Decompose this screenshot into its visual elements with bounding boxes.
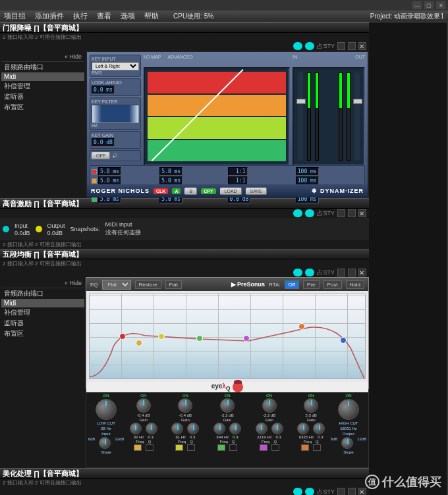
bypass-button[interactable]: OFF — [92, 152, 110, 159]
io-map-display[interactable] — [144, 67, 290, 166]
sidebar-item-midi[interactable]: Midi — [1, 72, 84, 81]
rta-hold[interactable]: Hold — [346, 280, 364, 289]
b4-type-b[interactable] — [271, 444, 279, 451]
b3-type-a[interactable] — [217, 444, 225, 451]
b2-freq-knob[interactable] — [171, 423, 183, 434]
fx3-tog-a[interactable] — [293, 269, 302, 276]
output-db[interactable]: 0.0dB — [47, 230, 65, 236]
fx3-item-lay[interactable]: 布置区 — [1, 328, 84, 339]
b1-type-a[interactable] — [134, 444, 142, 451]
b4-freq-knob[interactable] — [256, 423, 267, 434]
toggle-b-icon[interactable] — [305, 42, 314, 50]
b1-q-knob[interactable] — [146, 423, 157, 434]
menu-options[interactable]: 选项 — [121, 11, 135, 21]
load-button[interactable]: LOAD — [220, 188, 242, 195]
highcut-knob[interactable] — [338, 399, 359, 420]
lookahead-value[interactable]: 0.0 ms — [92, 86, 115, 94]
b2-gain-knob[interactable] — [178, 398, 192, 413]
b4-gain-knob[interactable] — [262, 398, 277, 413]
ro-rel1[interactable]: 100 ms — [296, 167, 319, 176]
b5-gain-knob[interactable] — [304, 398, 318, 413]
cpy-button[interactable]: CPY — [201, 188, 215, 194]
eq-node-hc[interactable] — [340, 337, 347, 344]
section-comp-header[interactable]: 美化处理 ∏【音平商城】 — [0, 468, 369, 479]
close-button[interactable]: ✕ — [436, 1, 445, 9]
keyfilter-graph[interactable] — [92, 105, 139, 123]
clk-button[interactable]: CLK — [154, 188, 168, 194]
menu-view[interactable]: 查看 — [97, 11, 111, 21]
rta-post[interactable]: Post — [323, 280, 342, 289]
maximize-button[interactable]: ▢ — [424, 1, 434, 9]
save-button[interactable]: SAVE — [246, 188, 267, 195]
in-slider[interactable] — [298, 72, 303, 161]
fx3-item-midi[interactable]: Midi — [1, 299, 84, 307]
ro-atk2[interactable]: 5.0 ms — [159, 167, 182, 176]
eq-flat[interactable]: Flat — [165, 280, 182, 289]
eq-node-2[interactable] — [158, 333, 165, 340]
fx3-b1[interactable] — [337, 269, 345, 276]
b1-gain-knob[interactable] — [136, 398, 151, 413]
b1-type-b[interactable] — [146, 444, 154, 451]
b3-on[interactable]: ON — [224, 394, 230, 398]
eq-restore[interactable]: Restore — [135, 280, 161, 289]
b2-type-a[interactable] — [175, 444, 183, 451]
b4-type-a[interactable] — [260, 444, 267, 451]
b5-on[interactable]: ON — [308, 394, 314, 398]
speaker-icon[interactable]: 🔊 — [112, 153, 118, 159]
fx2-close-icon[interactable]: ✕ — [358, 209, 366, 217]
fx2-tog-a[interactable] — [293, 209, 302, 217]
key-input-select[interactable]: Left & Right — [92, 62, 139, 70]
hc-slope-knob[interactable] — [341, 437, 353, 449]
lowcut-knob[interactable] — [96, 399, 117, 420]
b5-freq-knob[interactable] — [297, 423, 309, 434]
rta-off[interactable]: Off — [285, 280, 300, 289]
menu-add-plugin[interactable]: 添加插件 — [35, 11, 64, 21]
tb-btn2[interactable] — [348, 42, 356, 50]
tb-close-icon[interactable]: ✕ — [358, 42, 366, 50]
fx4-tog-a[interactable] — [293, 488, 302, 495]
eq-preset-select[interactable]: Flat — [102, 280, 131, 290]
minimize-button[interactable]: — — [412, 1, 422, 9]
b3-type-b[interactable] — [229, 444, 237, 451]
eq-node-1[interactable] — [136, 340, 142, 346]
hide-sidebar-button[interactable]: « Hide — [1, 52, 84, 62]
b2-q-knob[interactable] — [187, 423, 199, 434]
eq-node-4[interactable] — [243, 335, 250, 342]
eq-graph[interactable] — [89, 294, 366, 379]
toggle-a-icon[interactable] — [293, 42, 302, 50]
b2-on[interactable]: ON — [182, 394, 188, 398]
fx2-b2[interactable] — [348, 209, 356, 217]
sidebar-item-layout[interactable]: 布置区 — [1, 102, 84, 113]
b1-on[interactable]: ON — [140, 394, 146, 398]
rta-pre[interactable]: Pre — [303, 280, 319, 289]
advanced-tab[interactable]: ADVANCED — [167, 55, 192, 59]
fx4-tog-b[interactable] — [305, 488, 314, 495]
menu-help[interactable]: 帮助 — [144, 11, 159, 21]
fx2-b1[interactable] — [337, 209, 345, 217]
b5-type-b[interactable] — [313, 444, 321, 451]
fx4-b2[interactable] — [348, 488, 356, 495]
tb-btn1[interactable] — [337, 42, 345, 50]
lc-on[interactable]: ON — [103, 394, 109, 398]
out-slider[interactable] — [354, 72, 360, 161]
fx3-item-route[interactable]: 音频路由端口 — [1, 288, 84, 299]
iomap-tab[interactable]: I/O MAP — [144, 55, 161, 59]
fx3-close-icon[interactable]: ✕ — [358, 269, 366, 276]
sidebar-item-monitor[interactable]: 监听器 — [1, 91, 84, 102]
section-gate-header[interactable]: 门限降噪 ∏【音平商城】 — [0, 22, 369, 33]
b3-freq-knob[interactable] — [213, 423, 225, 434]
eq-node-5[interactable] — [298, 323, 305, 330]
ro-atk1[interactable]: 5.0 ms — [98, 167, 121, 176]
b1-freq-knob[interactable] — [130, 423, 142, 434]
b5-q-knob[interactable] — [313, 423, 325, 434]
sidebar-item-comp-mgmt[interactable]: 补偿管理 — [1, 81, 84, 91]
fx2-tog-b[interactable] — [305, 209, 314, 217]
b5-type-a[interactable] — [301, 444, 309, 451]
fx3-b2[interactable] — [348, 269, 356, 276]
ro-rat1[interactable]: 1:1 — [228, 167, 248, 176]
section-eq-header[interactable]: 五段均衡 ∏【音平商城】 — [0, 249, 369, 259]
lc-slope-knob[interactable] — [99, 437, 111, 449]
eq-node-lc[interactable] — [119, 333, 126, 340]
input-db[interactable]: 0.0dB — [14, 230, 30, 236]
b-button[interactable]: B — [184, 188, 197, 195]
